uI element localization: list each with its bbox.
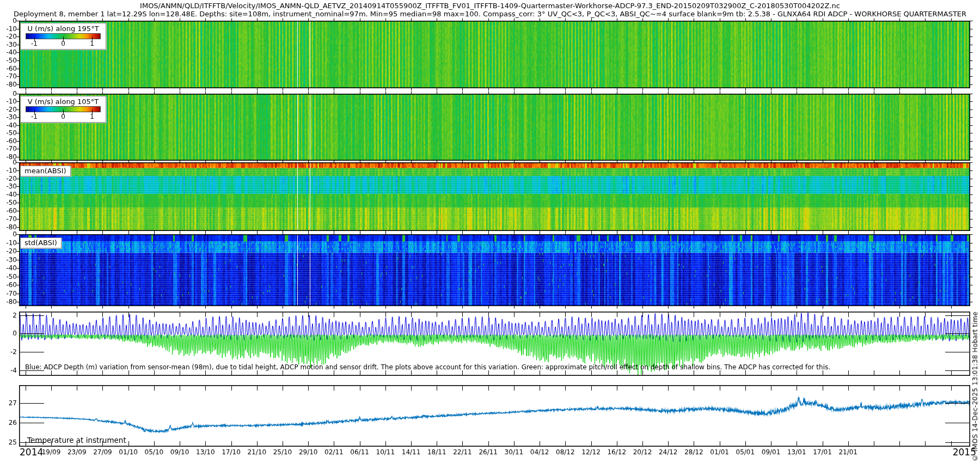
u-colorbar	[26, 34, 100, 39]
y-tick-label: 0	[0, 230, 17, 238]
y-tick-label: 26	[0, 419, 17, 427]
y-tick-label: -20	[0, 247, 17, 255]
y-tick-label: -30	[0, 182, 17, 190]
mean-absi-label: mean(ABSI)	[20, 166, 71, 176]
y-tick-label: -4	[0, 367, 17, 374]
y-tick-label: -50	[0, 273, 17, 281]
y-tick-label: -20	[0, 106, 17, 113]
v-colorbar-label-max: 1	[90, 113, 94, 120]
imos-watermark: © IMOS 14-Dec-2025 13:01:38 Hobart time	[971, 312, 979, 461]
v-colorbar	[26, 107, 100, 112]
u-colorbar-label-min: -1	[31, 40, 38, 47]
y-tick-label: 2	[0, 312, 17, 319]
y-tick-label: -20	[0, 175, 17, 182]
y-tick-label: -50	[0, 199, 17, 206]
figure-title-filename: IMOS/ANMN/QLD/ITFFTB/Velocity/IMOS_ANMN-…	[0, 2, 980, 10]
legend-u-title: U (m/s) along 195°T	[21, 23, 106, 34]
panel-v-velocity-heatmap	[19, 94, 970, 161]
y-tick-label: 0	[0, 330, 17, 337]
y-tick-label: -60	[0, 137, 17, 145]
y-tick-label: -50	[0, 129, 17, 137]
panel-u-velocity-heatmap	[19, 21, 970, 88]
y-tick-label: -10	[0, 167, 17, 174]
x-tick-label: 21/01	[832, 448, 865, 456]
depth-variation-note: Blue: ADCP Depth (m) variation from sens…	[25, 363, 830, 371]
figure-subtitle-deployment: Deployment 8, member 1 lat=12.29S lon=12…	[0, 10, 980, 18]
y-tick-label: -70	[0, 215, 17, 223]
y-tick-label: -40	[0, 48, 17, 56]
temperature-label: Temperature at instrument	[27, 436, 126, 444]
legend-u-velocity: U (m/s) along 195°T -1 0 1	[20, 23, 106, 50]
y-tick-label: -40	[0, 191, 17, 198]
y-tick-label: -80	[0, 298, 17, 306]
u-colorbar-label-mid: 0	[61, 40, 65, 47]
y-tick-label: 0	[0, 159, 17, 166]
y-tick-label: -70	[0, 290, 17, 297]
y-tick-label: -60	[0, 65, 17, 72]
v-colorbar-label-mid: 0	[61, 113, 65, 120]
y-tick-label: -80	[0, 223, 17, 231]
y-tick-label: -2	[0, 348, 17, 356]
panel-temperature-line	[19, 385, 970, 447]
y-tick-label: -30	[0, 256, 17, 264]
y-tick-label: -30	[0, 113, 17, 121]
y-tick-label: 0	[0, 17, 17, 25]
y-tick-label: -60	[0, 281, 17, 289]
y-tick-label: 27	[0, 399, 17, 407]
panel-mean-absi-heatmap	[19, 162, 970, 231]
y-tick-label: -70	[0, 145, 17, 153]
adcp-velocity-figure: IMOS/ANMN/QLD/ITFFTB/Velocity/IMOS_ANMN-…	[0, 0, 980, 463]
y-tick-label: -40	[0, 264, 17, 272]
u-colorbar-label-max: 1	[90, 40, 94, 47]
y-tick-label: -20	[0, 33, 17, 40]
y-tick-label: 25	[0, 438, 17, 446]
legend-v-title: V (m/s) along 105°T	[21, 96, 106, 107]
y-tick-label: -10	[0, 25, 17, 33]
v-colorbar-label-min: -1	[31, 113, 38, 120]
std-absi-label: std(ABSI)	[20, 237, 62, 248]
y-tick-label: 0	[0, 90, 17, 98]
y-tick-label: -80	[0, 81, 17, 88]
legend-v-velocity: V (m/s) along 105°T -1 0 1	[20, 96, 106, 123]
panel-std-absi-heatmap	[19, 234, 970, 306]
y-tick-label: -70	[0, 72, 17, 80]
y-tick-label: -50	[0, 57, 17, 64]
y-tick-label: -10	[0, 239, 17, 247]
y-tick-label: -10	[0, 98, 17, 105]
y-tick-label: -30	[0, 41, 17, 48]
y-tick-label: -40	[0, 121, 17, 129]
y-tick-label: -60	[0, 207, 17, 215]
